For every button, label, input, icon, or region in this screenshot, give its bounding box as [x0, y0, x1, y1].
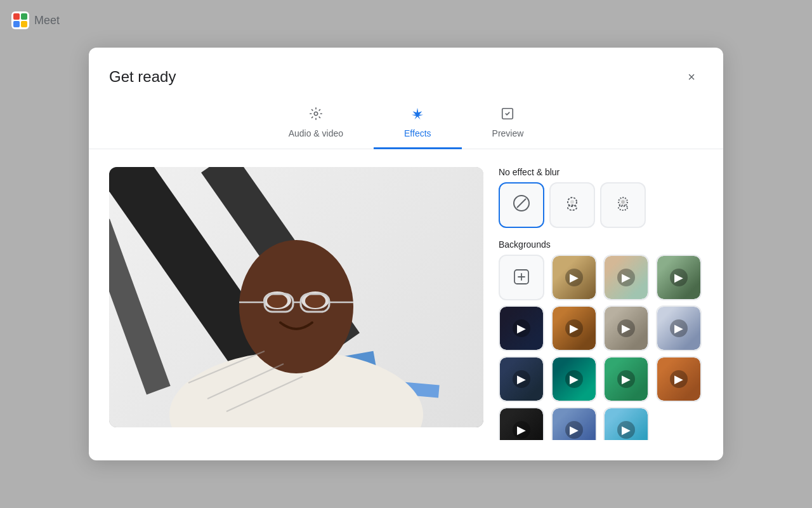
video-preview: [109, 167, 483, 427]
bg-overlay-icon-3: ▶: [670, 269, 688, 286]
bg-overlay-icon-2: ▶: [617, 269, 635, 286]
tabs-bar: Audio & video Effects Preview: [89, 98, 723, 149]
svg-point-9: [239, 240, 353, 373]
no-effect-section-title: No effect & blur: [499, 167, 703, 177]
bg-thumb-1: ▶: [553, 256, 596, 299]
no-effect-grid: [499, 182, 703, 228]
audio-video-icon: [309, 107, 323, 124]
bg-thumb-10: ▶: [605, 358, 648, 401]
background-btn-9[interactable]: ▶: [551, 356, 597, 402]
person-silhouette: [157, 186, 436, 427]
app-name: Meet: [34, 14, 60, 27]
effects-icon: [410, 107, 424, 124]
bg-overlay-icon-13: ▶: [565, 421, 583, 439]
no-effect-section: No effect & blur: [499, 167, 703, 228]
svg-line-20: [517, 199, 526, 208]
background-btn-6[interactable]: ▶: [603, 305, 649, 351]
blur-strong-icon: [613, 194, 632, 217]
svg-rect-3: [13, 21, 20, 27]
tab-preview-label: Preview: [492, 128, 524, 138]
blur-slight-icon: [563, 194, 582, 217]
backgrounds-grid: ▶ ▶ ▶ ▶: [499, 255, 703, 440]
svg-point-12: [267, 294, 287, 308]
background-btn-10[interactable]: ▶: [603, 356, 649, 402]
background-btn-11[interactable]: ▶: [656, 356, 702, 402]
svg-rect-4: [21, 21, 27, 27]
bg-thumb-2: ▶: [605, 256, 648, 299]
tab-audio-video[interactable]: Audio & video: [258, 99, 374, 149]
tab-effects-label: Effects: [404, 128, 431, 138]
svg-point-25: [619, 205, 627, 210]
bg-overlay-icon-6: ▶: [617, 319, 635, 337]
backgrounds-section-title: Backgrounds: [499, 239, 703, 250]
bg-overlay-icon-1: ▶: [565, 269, 583, 286]
bg-thumb-14: ▶: [605, 408, 648, 440]
effects-panel: No effect & blur: [499, 167, 703, 440]
modal-title: Get ready: [109, 68, 176, 86]
preview-icon: [501, 107, 514, 124]
bg-thumb-13: ▶: [553, 408, 596, 440]
background-btn-2[interactable]: ▶: [603, 255, 649, 300]
background-btn-1[interactable]: ▶: [551, 255, 597, 300]
google-meet-icon: [11, 11, 29, 29]
upload-background-button[interactable]: [499, 255, 544, 300]
bg-thumb-12: ▶: [500, 408, 543, 440]
bg-overlay-icon-12: ▶: [513, 421, 530, 439]
bg-thumb-9: ▶: [553, 358, 596, 401]
bg-thumb-8: ▶: [500, 358, 543, 401]
upload-icon: [513, 268, 530, 288]
bg-thumb-7: ▶: [657, 307, 700, 350]
close-button[interactable]: ×: [680, 65, 703, 88]
background-btn-5[interactable]: ▶: [551, 305, 597, 351]
bg-overlay-icon-10: ▶: [617, 370, 635, 388]
background-btn-8[interactable]: ▶: [499, 356, 544, 402]
no-effect-icon: [512, 194, 531, 217]
background-btn-3[interactable]: ▶: [656, 255, 702, 300]
bg-overlay-icon-11: ▶: [670, 370, 688, 388]
tab-audio-video-label: Audio & video: [289, 128, 343, 138]
svg-point-13: [305, 294, 325, 308]
bg-thumb-11: ▶: [657, 358, 700, 401]
svg-rect-1: [13, 13, 20, 20]
modal-body: No effect & blur: [89, 149, 723, 458]
svg-rect-2: [21, 13, 27, 20]
blur-strong-button[interactable]: [600, 182, 646, 228]
background-btn-4[interactable]: ▶: [499, 305, 544, 351]
tab-effects[interactable]: Effects: [374, 99, 462, 149]
bg-overlay-icon-9: ▶: [565, 370, 583, 388]
modal-header: Get ready ×: [89, 48, 723, 88]
bg-thumb-3: ▶: [657, 256, 700, 299]
svg-point-23: [570, 200, 574, 204]
bg-thumb-6: ▶: [605, 307, 648, 350]
modal: Get ready × Audio & video Effects: [89, 48, 723, 460]
background-btn-12[interactable]: ▶: [499, 407, 544, 440]
meet-logo: Meet: [11, 11, 60, 29]
background-btn-14[interactable]: ▶: [603, 407, 649, 440]
bg-thumb-5: ▶: [553, 307, 596, 350]
svg-point-5: [314, 112, 318, 116]
bg-thumb-4: ▶: [500, 307, 543, 350]
bg-overlay-icon-14: ▶: [617, 421, 635, 439]
bg-overlay-icon-4: ▶: [513, 319, 530, 337]
bg-overlay-icon-5: ▶: [565, 319, 583, 337]
svg-point-26: [621, 200, 625, 204]
bg-overlay-icon-7: ▶: [670, 319, 688, 337]
background-btn-7[interactable]: ▶: [656, 305, 702, 351]
tab-preview[interactable]: Preview: [462, 99, 554, 149]
background-btn-13[interactable]: ▶: [551, 407, 597, 440]
no-effect-button[interactable]: [499, 182, 544, 228]
blur-slight-button[interactable]: [549, 182, 595, 228]
backgrounds-section: Backgrounds: [499, 239, 703, 440]
bg-overlay-icon-8: ▶: [513, 370, 530, 388]
